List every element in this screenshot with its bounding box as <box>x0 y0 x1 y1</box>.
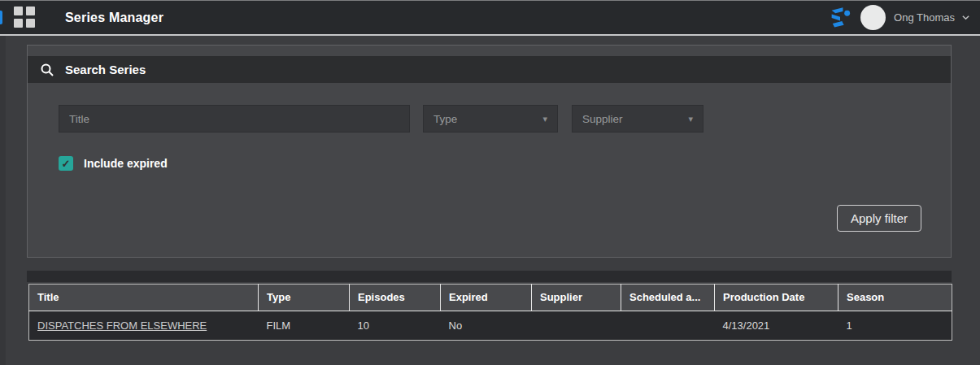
series-table: Title Type Episodes Expired Supplier Sch… <box>28 284 952 341</box>
left-edge-shade <box>0 36 6 365</box>
cell-expired: No <box>441 311 532 341</box>
supplier-select[interactable]: Supplier ▾ <box>572 105 703 133</box>
checkbox-checked-icon[interactable]: ✓ <box>59 156 73 171</box>
search-icon <box>40 63 54 77</box>
search-panel-header: Search Series <box>28 56 951 83</box>
apps-grid-square <box>26 7 35 15</box>
table-header-row: Title Type Episodes Expired Supplier Sch… <box>29 285 952 311</box>
cell-episodes: 10 <box>350 311 441 341</box>
grid-top-strip <box>27 271 952 282</box>
chevron-down-icon[interactable] <box>961 13 970 22</box>
user-avatar[interactable] <box>860 5 886 30</box>
title-input[interactable] <box>59 105 410 133</box>
app-title: Series Manager <box>65 11 163 25</box>
table-row: DISPATCHES FROM ELSEWHERE FILM 10 No 4/1… <box>29 311 952 341</box>
apps-grid-square <box>26 19 35 28</box>
apps-grid-icon[interactable] <box>14 7 36 28</box>
dropdown-arrow-icon: ▾ <box>542 114 547 124</box>
column-header-expired[interactable]: Expired <box>441 285 532 311</box>
edge-accent-mark <box>0 11 2 24</box>
cell-season: 1 <box>838 311 952 341</box>
cell-type: FILM <box>259 311 350 341</box>
column-header-episodes[interactable]: Episodes <box>350 285 441 311</box>
cell-scheduled <box>621 311 715 341</box>
column-header-scheduled[interactable]: Scheduled a... <box>621 285 715 311</box>
include-expired-checkbox[interactable]: ✓ Include expired <box>59 156 951 171</box>
column-header-title[interactable]: Title <box>29 285 259 311</box>
dropdown-arrow-icon: ▾ <box>688 114 693 124</box>
user-name[interactable]: Ong Thomas <box>894 11 955 24</box>
search-panel: Search Series Type ▾ Supplier ▾ ✓ Includ… <box>27 45 952 258</box>
column-header-type[interactable]: Type <box>259 285 350 311</box>
topbar-right-group: Ong Thomas <box>828 5 970 30</box>
search-form-row: Type ▾ Supplier ▾ <box>59 105 951 133</box>
type-select-placeholder: Type <box>433 113 457 125</box>
cell-title: DISPATCHES FROM ELSEWHERE <box>29 311 259 341</box>
apps-grid-square <box>14 7 23 15</box>
include-expired-label: Include expired <box>84 157 168 170</box>
apply-filter-button[interactable]: Apply filter <box>837 205 921 232</box>
column-header-supplier[interactable]: Supplier <box>532 285 621 311</box>
cell-production-date: 4/13/2021 <box>715 311 838 341</box>
series-title-link[interactable]: DISPATCHES FROM ELSEWHERE <box>37 319 207 332</box>
top-bar: Series Manager Ong Thomas <box>0 0 980 36</box>
supplier-select-placeholder: Supplier <box>582 113 623 125</box>
app-logo-icon <box>828 6 852 30</box>
column-header-season[interactable]: Season <box>838 285 952 311</box>
search-panel-title: Search Series <box>65 63 146 76</box>
type-select[interactable]: Type ▾ <box>423 105 558 133</box>
column-header-production-date[interactable]: Production Date <box>715 285 838 311</box>
cell-supplier <box>532 311 621 341</box>
apps-grid-square <box>14 19 23 28</box>
